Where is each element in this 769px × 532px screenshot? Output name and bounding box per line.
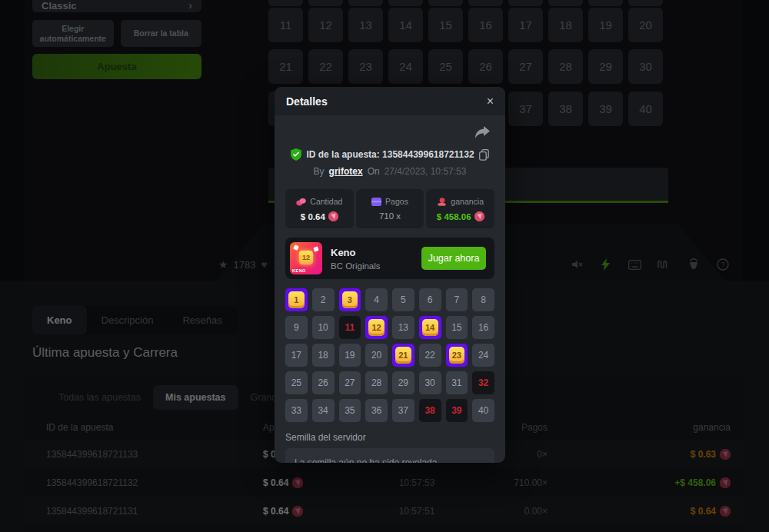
keno-cell-37: 37 <box>392 399 414 422</box>
keno-cell-3: 3 <box>339 288 361 311</box>
modal-keno-grid: 1234567891011121314151617181920212223242… <box>285 288 494 422</box>
trx-coin-icon <box>474 211 484 221</box>
keno-cell-31: 31 <box>446 371 468 394</box>
thumb-keno-label: KENO <box>292 268 306 273</box>
keno-cell-4: 4 <box>365 288 388 311</box>
wallet-icon <box>371 198 381 206</box>
keno-cell-2: 2 <box>312 288 335 311</box>
server-seed-input[interactable]: La semilla aún no ha sido revelada... <box>285 448 494 463</box>
keno-cell-hit-tile: 23 <box>449 347 465 364</box>
keno-cell-26: 26 <box>312 371 335 394</box>
keno-cell-17: 17 <box>285 344 308 367</box>
keno-cell-21: 21 <box>392 344 414 367</box>
share-icon[interactable] <box>474 126 490 139</box>
keno-cell-18: 18 <box>312 344 335 367</box>
keno-cell-23: 23 <box>446 344 468 367</box>
keno-cell-34: 34 <box>312 399 335 422</box>
thumb-number-tile: 12 <box>299 251 313 264</box>
stat-payout-value: 710 x <box>379 211 401 221</box>
keno-cell-27: 27 <box>339 371 361 394</box>
keno-cell-19: 19 <box>339 344 361 367</box>
modal-body: ID de la apuesta: 135844399618721132 By … <box>275 126 505 463</box>
keno-cell-5: 5 <box>392 288 414 311</box>
bet-datetime: 27/4/2023, 10:57:53 <box>384 166 467 177</box>
copy-icon[interactable] <box>479 149 489 161</box>
keno-cell-14: 14 <box>419 316 441 339</box>
trx-coin-icon <box>328 211 338 221</box>
stat-profit-value: $ 458.06 <box>437 212 471 221</box>
keno-cell-38: 38 <box>419 399 441 422</box>
keno-cell-12: 12 <box>365 316 388 339</box>
keno-cell-hit-tile: 3 <box>342 291 358 308</box>
keno-cell-36: 36 <box>365 399 388 422</box>
play-now-button[interactable]: Jugar ahora <box>421 247 486 270</box>
keno-cell-10: 10 <box>312 316 335 339</box>
modal-title: Detalles <box>286 95 328 108</box>
stat-profit: ganancia $ 458.06 <box>426 189 494 228</box>
keno-cell-35: 35 <box>339 399 361 422</box>
on-label: On <box>368 166 380 177</box>
share-row <box>285 126 494 141</box>
bet-stats-row: Cantidad $ 0.64 Pagos 710 x <box>285 189 494 228</box>
keno-cell-hit-tile: 21 <box>395 347 411 364</box>
verified-shield-icon <box>291 148 301 161</box>
keno-cell-20: 20 <box>365 344 388 367</box>
details-modal: Detalles × ID de la apuesta: 13584439961… <box>275 87 505 463</box>
dice-icon <box>313 246 319 252</box>
keno-cell-1: 1 <box>285 288 308 311</box>
keno-cell-28: 28 <box>365 371 388 394</box>
keno-cell-8: 8 <box>472 288 494 311</box>
game-provider: BC Originals <box>331 261 381 271</box>
keno-game-thumbnail[interactable]: 12 KENO <box>290 242 322 274</box>
bet-id-row: ID de la apuesta: 135844399618721132 <box>285 148 494 161</box>
keno-cell-22: 22 <box>419 344 441 367</box>
stat-amount-label: Cantidad <box>310 197 342 206</box>
game-card: 12 KENO Keno BC Originals Jugar ahora <box>285 238 494 279</box>
keno-cell-15: 15 <box>446 316 468 339</box>
keno-cell-hit-tile: 12 <box>368 319 384 336</box>
keno-cell-30: 30 <box>419 371 441 394</box>
keno-cell-40: 40 <box>472 399 494 422</box>
bet-meta-row: By grifotex On 27/4/2023, 10:57:53 <box>285 166 494 177</box>
hand-coin-icon <box>437 198 447 206</box>
coins-icon <box>296 198 306 206</box>
bet-id-text: ID de la apuesta: 135844399618721132 <box>306 149 474 160</box>
keno-cell-32: 32 <box>472 371 494 394</box>
keno-cell-11: 11 <box>339 316 361 339</box>
server-seed-label: Semilla del servidor <box>285 432 494 443</box>
keno-cell-16: 16 <box>472 316 494 339</box>
game-name: Keno <box>331 247 381 258</box>
stat-payout: Pagos 710 x <box>356 189 424 228</box>
stat-amount: Cantidad $ 0.64 <box>285 189 354 228</box>
keno-cell-13: 13 <box>392 316 414 339</box>
keno-cell-hit-tile: 1 <box>288 291 305 308</box>
stat-payout-label: Pagos <box>385 197 408 206</box>
dice-icon <box>293 244 299 251</box>
keno-cell-25: 25 <box>285 371 308 394</box>
close-icon[interactable]: × <box>487 95 494 108</box>
keno-cell-9: 9 <box>285 316 308 339</box>
keno-cell-29: 29 <box>392 371 414 394</box>
stat-amount-value: $ 0.64 <box>301 212 325 221</box>
keno-cell-33: 33 <box>285 399 308 422</box>
page: Classic › Elegir automáticamente Borrar … <box>0 0 769 532</box>
keno-cell-6: 6 <box>419 288 441 311</box>
keno-cell-7: 7 <box>446 288 468 311</box>
keno-cell-39: 39 <box>446 399 468 422</box>
username-link[interactable]: grifotex <box>329 166 363 177</box>
stat-profit-label: ganancia <box>451 197 484 206</box>
keno-cell-24: 24 <box>472 344 494 367</box>
keno-cell-hit-tile: 14 <box>422 319 438 336</box>
modal-header: Detalles × <box>275 87 505 115</box>
by-label: By <box>314 166 325 177</box>
